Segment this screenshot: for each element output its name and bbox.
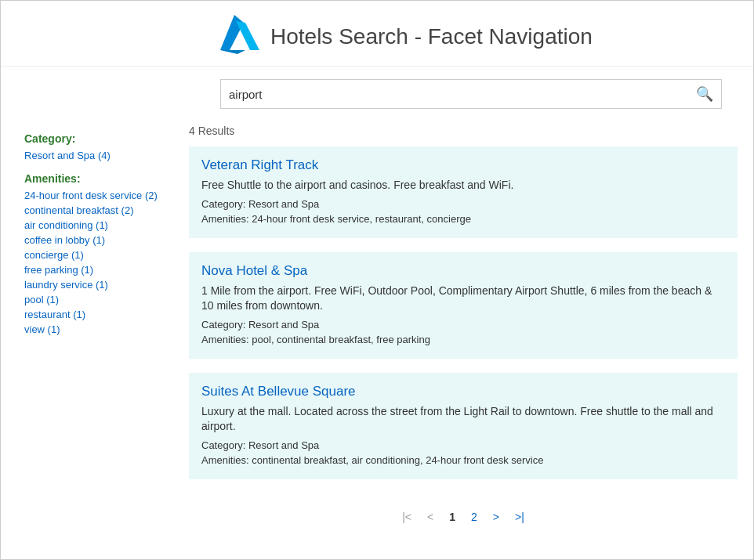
hotel-amenities: Amenities: pool, continental breakfast, …: [201, 332, 725, 348]
hotel-category: Category: Resort and Spa: [201, 438, 725, 453]
pagination-last[interactable]: >|: [510, 509, 529, 525]
search-bar: 🔍: [220, 79, 722, 109]
hotel-name[interactable]: Suites At Bellevue Square: [201, 384, 725, 399]
pagination-next[interactable]: >: [488, 509, 504, 525]
main-content: 4 Results Veteran Right Track Free Shutt…: [173, 125, 753, 559]
sidebar-item-pool[interactable]: pool (1): [24, 294, 158, 305]
hotel-category: Category: Resort and Spa: [201, 317, 725, 333]
sidebar-item-resort-and-spa[interactable]: Resort and Spa (4): [24, 150, 158, 161]
svg-marker-1: [236, 21, 259, 50]
sidebar-item-free-parking[interactable]: free parking (1): [24, 264, 158, 276]
hotel-card: Nova Hotel & Spa 1 Mile from the airport…: [189, 252, 738, 359]
search-icon: 🔍: [696, 86, 713, 102]
hotel-name[interactable]: Nova Hotel & Spa: [201, 263, 725, 279]
body-layout: Category: Resort and Spa (4) Amenities: …: [1, 117, 753, 559]
sidebar: Category: Resort and Spa (4) Amenities: …: [1, 125, 173, 559]
results-count: 4 Results: [189, 125, 738, 137]
pagination-page2[interactable]: 2: [466, 509, 482, 525]
sidebar-item-air-conditioning[interactable]: air conditioning (1): [24, 219, 158, 231]
header: Hotels Search - Facet Navigation: [1, 1, 753, 67]
sidebar-item-coffee-in-lobby[interactable]: coffee in lobby (1): [24, 234, 158, 246]
hotel-amenities: Amenities: continental breakfast, air co…: [201, 453, 725, 468]
amenities-label: Amenities:: [24, 172, 158, 185]
pagination-page1[interactable]: 1: [444, 509, 460, 525]
pagination-first[interactable]: |<: [397, 509, 416, 525]
category-label: Category:: [24, 132, 158, 145]
svg-marker-2: [220, 50, 245, 54]
page-title: Hotels Search - Facet Navigation: [270, 24, 593, 49]
hotel-amenities: Amenities: 24-hour front desk service, r…: [201, 211, 725, 227]
hotel-category: Category: Resort and Spa: [201, 197, 725, 212]
amenities-section: Amenities: 24-hour front desk service (2…: [24, 172, 158, 335]
search-bar-wrapper: 🔍: [1, 67, 753, 117]
hotel-description: Free Shuttle to the airport and casinos.…: [201, 178, 725, 193]
pagination: |< < 1 2 > >|: [189, 493, 738, 533]
azure-logo-icon: [220, 15, 259, 58]
page-wrapper: Hotels Search - Facet Navigation 🔍 Categ…: [0, 0, 754, 560]
hotel-description: Luxury at the mall. Located across the s…: [201, 404, 725, 435]
hotel-card: Suites At Bellevue Square Luxury at the …: [189, 373, 738, 479]
sidebar-item-front-desk[interactable]: 24-hour front desk service (2): [24, 190, 158, 201]
search-input[interactable]: [221, 83, 688, 106]
hotel-description: 1 Mile from the airport. Free WiFi, Outd…: [201, 284, 725, 314]
sidebar-item-restaurant[interactable]: restaurant (1): [24, 309, 158, 320]
svg-marker-0: [220, 15, 244, 50]
hotel-card: Veteran Right Track Free Shuttle to the …: [189, 146, 738, 238]
sidebar-item-continental-breakfast[interactable]: continental breakfast (2): [24, 204, 158, 216]
sidebar-item-concierge[interactable]: concierge (1): [24, 249, 158, 261]
sidebar-item-view[interactable]: view (1): [24, 323, 158, 335]
hotel-name[interactable]: Veteran Right Track: [201, 157, 725, 173]
search-button[interactable]: 🔍: [688, 82, 721, 106]
pagination-prev[interactable]: <: [422, 509, 438, 525]
sidebar-item-laundry-service[interactable]: laundry service (1): [24, 279, 158, 291]
